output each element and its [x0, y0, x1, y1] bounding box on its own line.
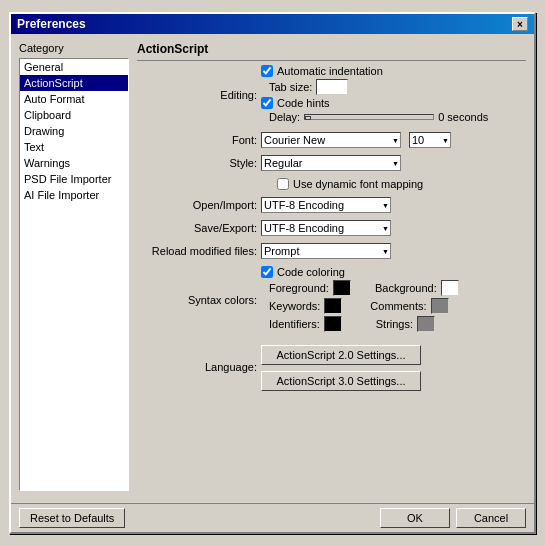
panel-title: ActionScript [137, 42, 526, 61]
foreground-swatch[interactable] [333, 280, 351, 296]
language-buttons: ActionScript 2.0 Settings... ActionScrip… [261, 345, 421, 393]
open-import-label: Open/Import: [137, 199, 257, 211]
delay-label: Delay: [269, 111, 300, 123]
editing-options: Automatic indentation Tab size: 4 Code h… [261, 65, 488, 125]
identifiers-label: Identifiers: [269, 318, 320, 330]
strings-label: Strings: [376, 318, 413, 330]
dialog-title: Preferences [17, 17, 86, 31]
category-list: General ActionScript Auto Format Clipboa… [19, 58, 129, 491]
save-export-row: Save/Export: UTF-8 Encoding UTF-16 Encod… [137, 220, 526, 236]
syntax-options: Code coloring Foreground: Background: Ke… [261, 266, 459, 334]
category-label: Category [19, 42, 129, 54]
reset-defaults-button[interactable]: Reset to Defaults [19, 508, 125, 528]
dynamic-font-checkbox[interactable] [277, 178, 289, 190]
auto-indent-row: Automatic indentation [261, 65, 488, 77]
font-size-select-wrapper: 10 8 12 [409, 132, 451, 148]
strings-swatch[interactable] [417, 316, 435, 332]
language-label: Language: [137, 361, 257, 373]
auto-indent-label: Automatic indentation [277, 65, 383, 77]
open-import-row: Open/Import: UTF-8 Encoding UTF-16 Encod… [137, 197, 526, 213]
title-bar: Preferences × [11, 14, 534, 34]
keywords-label: Keywords: [269, 300, 320, 312]
id-strings-row: Identifiers: Strings: [269, 316, 459, 332]
fg-bg-row: Foreground: Background: [269, 280, 459, 296]
font-select[interactable]: Courier New Arial [261, 132, 401, 148]
sidebar-item-psd[interactable]: PSD File Importer [20, 171, 128, 187]
delay-slider-track[interactable] [304, 114, 434, 120]
reload-select[interactable]: Prompt Always Never [261, 243, 391, 259]
dynamic-font-label: Use dynamic font mapping [293, 178, 423, 190]
reload-label: Reload modified files: [137, 245, 257, 257]
sidebar-item-drawing[interactable]: Drawing [20, 123, 128, 139]
font-select-wrapper: Courier New Arial [261, 132, 401, 148]
open-import-select[interactable]: UTF-8 Encoding UTF-16 Encoding [261, 197, 391, 213]
reload-select-wrapper: Prompt Always Never [261, 243, 391, 259]
ok-cancel-group: OK Cancel [380, 508, 526, 528]
delay-row: Delay: 0 seconds [269, 111, 488, 123]
identifiers-swatch[interactable] [324, 316, 342, 332]
style-row: Style: Regular Bold Italic [137, 155, 526, 171]
style-select[interactable]: Regular Bold Italic [261, 155, 401, 171]
footer-row: Reset to Defaults OK Cancel [11, 503, 534, 532]
sidebar: Category General ActionScript Auto Forma… [19, 42, 129, 491]
as3-settings-button[interactable]: ActionScript 3.0 Settings... [261, 371, 421, 391]
sidebar-item-clipboard[interactable]: Clipboard [20, 107, 128, 123]
kw-comments-row: Keywords: Comments: [269, 298, 459, 314]
code-hints-checkbox[interactable] [261, 97, 273, 109]
syntax-label: Syntax colors: [137, 294, 257, 306]
code-hints-row: Code hints [261, 97, 488, 109]
style-label: Style: [137, 157, 257, 169]
tab-size-row: Tab size: 4 [269, 79, 488, 95]
dynamic-font-row: Use dynamic font mapping [277, 178, 526, 190]
foreground-label: Foreground: [269, 282, 329, 294]
tab-size-input[interactable]: 4 [316, 79, 348, 95]
editing-label: Editing: [137, 89, 257, 101]
close-button[interactable]: × [512, 17, 528, 31]
panel-body: Editing: Automatic indentation Tab size:… [137, 65, 526, 491]
delay-value: 0 seconds [438, 111, 488, 123]
dialog-content: Category General ActionScript Auto Forma… [11, 34, 534, 499]
sidebar-item-ai[interactable]: AI File Importer [20, 187, 128, 203]
style-select-wrapper: Regular Bold Italic [261, 155, 401, 171]
sidebar-item-actionscript[interactable]: ActionScript [20, 75, 128, 91]
keywords-swatch[interactable] [324, 298, 342, 314]
sidebar-item-text[interactable]: Text [20, 139, 128, 155]
background-swatch[interactable] [441, 280, 459, 296]
sidebar-item-autoformat[interactable]: Auto Format [20, 91, 128, 107]
background-label: Background: [375, 282, 437, 294]
cancel-button[interactable]: Cancel [456, 508, 526, 528]
save-export-label: Save/Export: [137, 222, 257, 234]
reload-row: Reload modified files: Prompt Always Nev… [137, 243, 526, 259]
comments-swatch[interactable] [431, 298, 449, 314]
font-size-select[interactable]: 10 8 12 [409, 132, 451, 148]
code-coloring-label: Code coloring [277, 266, 345, 278]
save-export-select[interactable]: UTF-8 Encoding UTF-16 Encoding [261, 220, 391, 236]
tab-size-label: Tab size: [269, 81, 312, 93]
code-hints-label: Code hints [277, 97, 330, 109]
auto-indent-checkbox[interactable] [261, 65, 273, 77]
preferences-dialog: Preferences × Category General ActionScr… [9, 12, 536, 534]
save-export-select-wrapper: UTF-8 Encoding UTF-16 Encoding [261, 220, 391, 236]
sidebar-item-warnings[interactable]: Warnings [20, 155, 128, 171]
as2-settings-button[interactable]: ActionScript 2.0 Settings... [261, 345, 421, 365]
code-coloring-row: Code coloring [261, 266, 459, 278]
font-row: Font: Courier New Arial 10 8 12 [137, 132, 526, 148]
syntax-row: Syntax colors: Code coloring Foreground:… [137, 266, 526, 334]
editing-row: Editing: Automatic indentation Tab size:… [137, 65, 526, 125]
main-panel: ActionScript Editing: Automatic indentat… [137, 42, 526, 491]
code-coloring-checkbox[interactable] [261, 266, 273, 278]
sidebar-item-general[interactable]: General [20, 59, 128, 75]
comments-label: Comments: [370, 300, 426, 312]
ok-button[interactable]: OK [380, 508, 450, 528]
font-label: Font: [137, 134, 257, 146]
open-import-select-wrapper: UTF-8 Encoding UTF-16 Encoding [261, 197, 391, 213]
language-row: Language: ActionScript 2.0 Settings... A… [137, 341, 526, 393]
